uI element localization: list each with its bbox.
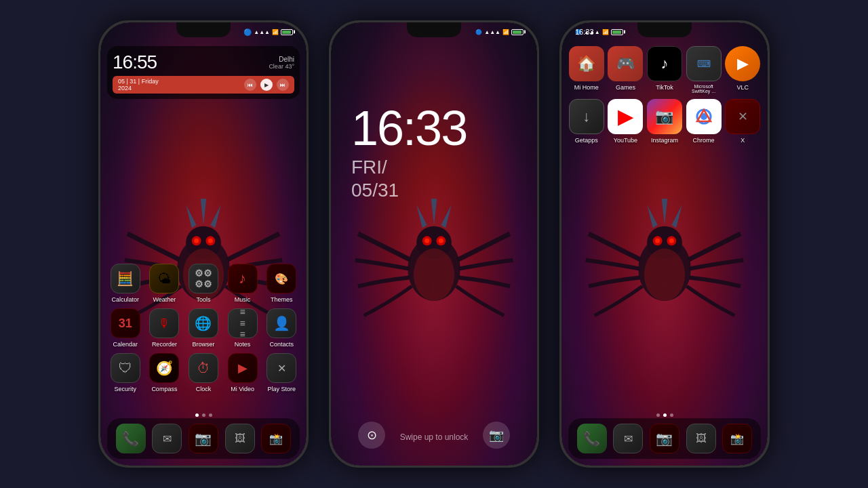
p3-page-dots [561,413,768,417]
app-tiktok[interactable]: ♪ TikTok [646,46,683,94]
app-mivideo[interactable]: ▶ Mi Video [224,353,261,392]
svg-marker-8 [210,205,221,228]
app-swiftkey[interactable]: ⌨ Microsoft SwiftKey ... [685,46,722,94]
dock-camera2[interactable]: 📸 [261,424,291,453]
lock-shortcuts: ⊙ 📷 [331,422,537,449]
app-weather[interactable]: 🌤 Weather [146,264,183,303]
svg-point-25 [669,239,674,243]
svg-marker-7 [201,199,207,225]
lock-time-display: 16:33 [351,104,467,152]
app-clock[interactable]: ⏱ Clock [184,353,222,392]
app-row-1: 🧮 Calculator 🌤 Weather ⚙⚙⚙⚙ Tools ♪ Musi… [106,264,301,303]
drawer-row-2: ↓ Getapps ▶ YouTube 📷 Instagram [567,99,762,144]
play-button[interactable]: ▶ [260,79,273,91]
p3-status-time: 16:33 [575,28,594,36]
lock-screen-time: 16:33 FRI/ 05/31 [351,104,467,201]
svg-marker-26 [647,205,658,228]
app-recorder[interactable]: 🎙 Recorder [146,308,183,348]
svg-marker-16 [416,205,427,228]
app-calendar[interactable]: 31 Calendar [106,308,144,348]
dock-phone[interactable]: 📞 [116,424,146,453]
app-notes[interactable]: ≡≡≡ Notes [224,308,261,348]
app-tools[interactable]: ⚙⚙⚙⚙ Tools [184,264,222,303]
page-dot-2[interactable] [202,413,205,417]
dock: 📞 ✉ 📷 🖼 📸 [107,418,300,459]
dock-gallery[interactable]: 🖼 [225,424,255,453]
lock-flashlight[interactable]: ⊙ [358,422,385,449]
svg-point-29 [644,248,685,301]
widget: 16:55 Delhi Clear 43° 05 | 31 | Friday 2… [107,46,300,99]
dock3-gallery[interactable]: 🖼 [686,424,716,453]
widget-date: 05 | 31 | Friday 2024 [118,78,159,92]
app-themes[interactable]: 🎨 Themes [263,264,300,303]
widget-location: Delhi [269,56,294,63]
svg-marker-27 [662,199,668,225]
app-row-2: 31 Calendar 🎙 Recorder 🌐 Browser ≡≡≡ Not… [106,308,301,348]
svg-point-14 [425,239,429,243]
spider-wallpaper-3 [577,152,752,356]
dock3-phone[interactable]: 📞 [577,424,607,453]
svg-point-15 [439,239,443,243]
phone-2: 🔵 ▲▲▲ 📶 16:33 FRI/ 05/31 Swipe up to unl… [329,20,539,468]
widget-weather: Clear 43° [269,63,294,70]
phone-1: 🔵 ▲▲▲ 📶 16:55 Delhi Clear 43° 05 | 31 | … [98,20,309,468]
svg-point-5 [208,239,213,243]
app-music[interactable]: ♪ Music [224,264,261,303]
app-chrome[interactable]: Chrome [685,99,722,144]
notch-3 [637,22,692,37]
svg-point-19 [414,248,454,301]
drawer-row-1: 🏠 Mi Home 🎮 Games ♪ TikTok ⌨ Microsoft S… [567,46,762,94]
prev-button[interactable]: ⏮ [244,79,256,91]
p3-dot-3[interactable] [670,413,673,417]
svg-marker-17 [431,199,437,225]
media-controls: ⏮ ▶ ⏭ [244,79,289,91]
dock-messages[interactable]: ✉ [152,424,182,453]
page-dot-1[interactable] [195,413,199,417]
page-dot-3[interactable] [209,413,212,417]
app-mihome[interactable]: 🏠 Mi Home [568,46,605,94]
app-getapps[interactable]: ↓ Getapps [568,99,605,144]
svg-marker-6 [186,205,197,228]
app-vlc[interactable]: ▶ VLC [724,46,762,94]
app-browser[interactable]: 🌐 Browser [184,308,222,348]
app-compass[interactable]: 🧭 Compass [146,353,183,392]
app-contacts[interactable]: 👤 Contacts [263,308,300,348]
notch-2 [407,22,461,37]
svg-marker-28 [671,205,682,228]
svg-point-24 [655,239,660,243]
svg-marker-18 [441,205,452,228]
widget-time: 16:55 [113,52,157,73]
phone-3: 16:33 🔵 ▲▲▲ 📶 🏠 Mi Home 🎮 Games [559,20,770,468]
dock-camera[interactable]: 📷 [189,424,218,453]
p3-dot-2[interactable] [663,413,667,417]
dock-3: 📞 ✉ 📷 🖼 📸 [568,418,761,459]
app-games[interactable]: 🎮 Games [607,46,644,94]
next-button[interactable]: ⏭ [277,79,289,91]
app-security[interactable]: 🛡 Security [106,353,144,392]
dock3-camera[interactable]: 📷 [650,424,679,453]
lock-date: FRI/ 05/31 [351,156,467,201]
app-playstore[interactable]: ✕ Play Store [263,353,300,392]
app-x[interactable]: ✕ X [724,99,762,144]
app-youtube[interactable]: ▶ YouTube [607,99,644,144]
notch [176,22,231,37]
p3-dot-1[interactable] [656,413,660,417]
app-grid: 🧮 Calculator 🌤 Weather ⚙⚙⚙⚙ Tools ♪ Musi… [100,264,307,398]
app-row-3: 🛡 Security 🧭 Compass ⏱ Clock ▶ Mi Video … [106,353,301,392]
app-instagram[interactable]: 📷 Instagram [646,99,683,144]
app-calculator[interactable]: 🧮 Calculator [106,264,144,303]
lock-camera[interactable]: 📷 [483,422,510,449]
app-drawer: 🏠 Mi Home 🎮 Games ♪ TikTok ⌨ Microsoft S… [561,46,768,149]
page-dots [100,413,307,417]
svg-point-4 [194,239,199,243]
dock3-messages[interactable]: ✉ [613,424,643,453]
dock3-camera2[interactable]: 📸 [722,424,752,453]
